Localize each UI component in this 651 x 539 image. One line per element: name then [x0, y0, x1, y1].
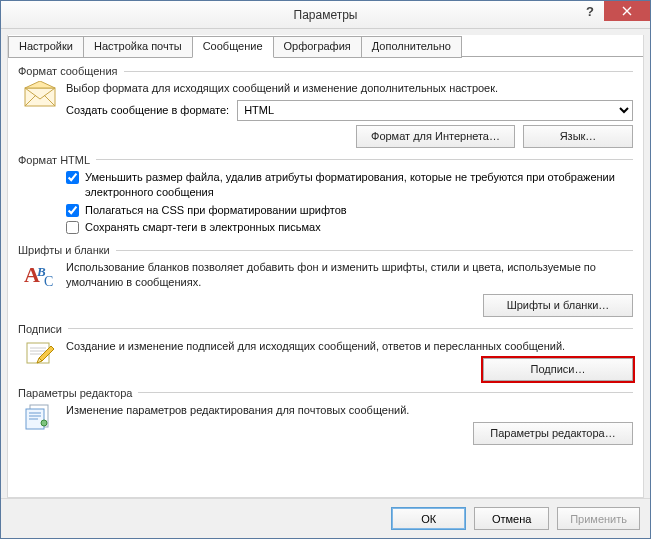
save-smart-tags-label: Сохранять смарт-теги в электронных письм…	[85, 220, 321, 235]
options-dialog: Параметры ? Настройки Настройка почты Со…	[0, 0, 651, 539]
group-title: Параметры редактора	[18, 387, 132, 399]
language-button[interactable]: Язык…	[523, 125, 633, 148]
help-button[interactable]: ?	[576, 1, 604, 21]
rely-on-css-checkbox[interactable]	[66, 204, 79, 217]
group-signatures: Подписи Создание и изменение подписей дл…	[18, 323, 633, 381]
group-title: Подписи	[18, 323, 62, 335]
tab-content: Формат сообщения Выбор формата для исход…	[8, 57, 643, 497]
editor-description: Изменение параметров редактирования для …	[66, 403, 633, 418]
fonts-description: Использование бланков позволяет добавить…	[66, 260, 633, 290]
signatures-description: Создание и изменение подписей для исходя…	[66, 339, 633, 354]
window-controls: ?	[576, 1, 650, 21]
close-icon	[622, 6, 632, 16]
rely-on-css-label: Полагаться на CSS при форматировании шри…	[85, 203, 347, 218]
fonts-stationery-button[interactable]: Шрифты и бланки…	[483, 294, 633, 317]
tab-advanced[interactable]: Дополнительно	[361, 36, 462, 58]
group-fonts: Шрифты и бланки ABC Использование бланко…	[18, 244, 633, 317]
tab-message[interactable]: Сообщение	[192, 36, 274, 58]
close-button[interactable]	[604, 1, 650, 21]
tab-container: Настройки Настройка почты Сообщение Орфо…	[7, 35, 644, 498]
reduce-size-checkbox[interactable]	[66, 171, 79, 184]
ok-button[interactable]: ОК	[391, 507, 466, 530]
titlebar: Параметры ?	[1, 1, 650, 29]
group-title: Формат сообщения	[18, 65, 118, 77]
window-title: Параметры	[1, 8, 650, 22]
signatures-button[interactable]: Подписи…	[483, 358, 633, 381]
editor-icon	[24, 403, 56, 435]
envelope-icon	[24, 81, 56, 113]
dialog-buttons: ОК Отмена Применить	[1, 498, 650, 538]
group-title: Шрифты и бланки	[18, 244, 110, 256]
svg-point-16	[41, 420, 47, 426]
svg-text:C: C	[44, 274, 53, 288]
format-combo[interactable]: HTML	[237, 100, 633, 121]
fonts-icon: ABC	[24, 260, 56, 292]
apply-button[interactable]: Применить	[557, 507, 640, 530]
save-smart-tags-checkbox[interactable]	[66, 221, 79, 234]
internet-format-button[interactable]: Формат для Интернета…	[356, 125, 515, 148]
signature-icon	[24, 339, 56, 371]
group-html-format: Формат HTML Уменьшить размер файла, удал…	[18, 154, 633, 238]
format-description: Выбор формата для исходящих сообщений и …	[66, 81, 633, 96]
group-message-format: Формат сообщения Выбор формата для исход…	[18, 65, 633, 148]
tab-mail-setup[interactable]: Настройка почты	[83, 36, 193, 58]
tab-settings[interactable]: Настройки	[8, 36, 84, 58]
reduce-size-label: Уменьшить размер файла, удалив атрибуты …	[85, 170, 633, 200]
tab-spelling[interactable]: Орфография	[273, 36, 362, 58]
cancel-button[interactable]: Отмена	[474, 507, 549, 530]
group-title: Формат HTML	[18, 154, 90, 166]
svg-marker-1	[25, 81, 55, 88]
editor-options-button[interactable]: Параметры редактора…	[473, 422, 633, 445]
format-combo-label: Создать сообщение в формате:	[66, 104, 229, 116]
group-editor: Параметры редактора Изменение параметров…	[18, 387, 633, 445]
tab-row: Настройки Настройка почты Сообщение Орфо…	[8, 35, 643, 57]
